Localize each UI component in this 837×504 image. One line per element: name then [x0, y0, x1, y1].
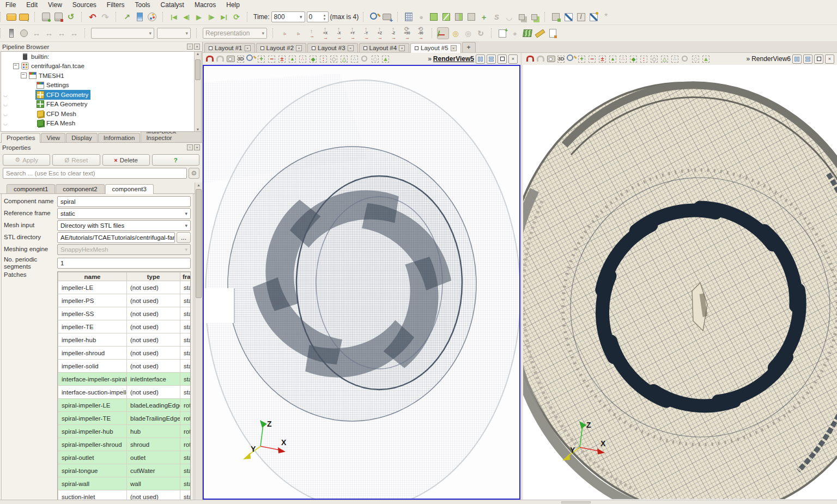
maximize-view-icon[interactable] [814, 54, 823, 64]
view-toolbar-icon[interactable] [618, 54, 628, 64]
patch-row[interactable]: spiral-outlet outlet stat [58, 451, 191, 464]
filter-icon[interactable] [503, 11, 515, 23]
close-tab-icon[interactable]: × [451, 45, 457, 51]
view-toolbar-icon[interactable] [545, 54, 556, 64]
camera-control-icon[interactable]: +Z [373, 27, 386, 39]
toolbar-icon[interactable] [52, 11, 64, 23]
camera-control-icon[interactable] [305, 27, 318, 39]
pipeline-tree-item[interactable]: FEA Mesh [1, 119, 201, 129]
center-control-icon[interactable] [437, 27, 449, 39]
column-header-type[interactable]: type [127, 272, 180, 281]
toolbar-icon[interactable] [40, 11, 52, 23]
menu-item[interactable]: File [5, 1, 16, 9]
tree-expander-icon[interactable] [28, 101, 34, 107]
properties-scrollbar[interactable]: ▲ ▼ [195, 183, 202, 504]
vcr-icon[interactable] [193, 11, 205, 23]
colormap-icon[interactable] [18, 27, 30, 39]
patch-row[interactable]: impeller-SS (not used) stat [58, 307, 191, 320]
filter-icon[interactable] [403, 11, 415, 23]
view-toolbar-icon[interactable] [380, 54, 391, 64]
view-toolbar-icon[interactable] [329, 54, 339, 64]
view-toolbar-icon[interactable]: 3D [556, 54, 566, 64]
center-control-icon[interactable] [450, 27, 462, 39]
camera-control-icon[interactable]: -90 [414, 27, 427, 39]
visibility-eye-icon[interactable] [1, 111, 10, 117]
close-panel-icon[interactable]: × [194, 44, 200, 50]
close-panel-icon[interactable]: × [194, 144, 200, 150]
camera-control-icon[interactable] [278, 27, 291, 39]
split-vertical-icon[interactable] [803, 54, 812, 64]
search-input[interactable] [3, 168, 187, 179]
pipeline-tree-item[interactable]: Settings [1, 81, 201, 90]
view-toolbar-icon[interactable] [349, 54, 360, 64]
tree-expander-icon[interactable] [28, 111, 34, 117]
view-toolbar-icon[interactable] [587, 54, 597, 64]
colormap-icon[interactable] [5, 27, 17, 39]
view-toolbar-icon[interactable] [308, 54, 318, 64]
pipeline-tree-item[interactable]: FEA Geometry [1, 100, 201, 110]
layout-tab[interactable]: Layout #5 × [410, 43, 461, 53]
view-toolbar-icon[interactable] [670, 54, 680, 64]
patch-row[interactable]: spiral-impeller-hub hub rota [58, 425, 191, 438]
patch-row[interactable]: spiral-impeller-shroud shroud rota [58, 438, 191, 451]
representation-combo[interactable]: Representation▾ [203, 28, 267, 39]
menu-item[interactable]: View [48, 1, 62, 9]
analysis-icon[interactable] [587, 11, 599, 23]
menu-item[interactable]: Macros [195, 1, 216, 9]
close-view-icon[interactable]: × [825, 54, 834, 64]
scroll-down-icon[interactable]: ▼ [196, 127, 200, 131]
patch-row[interactable]: impeller-shroud (not used) stat [58, 347, 191, 360]
maximize-view-icon[interactable] [498, 54, 507, 64]
patch-row[interactable]: interface-impeller-spiral inletInterface… [58, 373, 191, 386]
patch-row[interactable]: spiral-tongue cutWater stat [58, 464, 191, 477]
component-combo[interactable]: ▾ [157, 28, 191, 39]
pipeline-tree-item[interactable]: CFD Geometry [1, 90, 201, 100]
filter-icon[interactable] [465, 11, 477, 23]
visibility-eye-icon[interactable] [1, 120, 10, 126]
center-control-icon[interactable] [475, 27, 487, 39]
close-tab-icon[interactable]: × [245, 45, 251, 51]
pipeline-tree-item[interactable]: builtin: [1, 52, 201, 62]
analysis-icon[interactable] [550, 11, 562, 23]
patch-row[interactable]: spiral-impeller-TE bladeTrailingEdge rot… [58, 412, 191, 425]
view-splitter[interactable] [520, 53, 522, 500]
filter-icon[interactable] [453, 11, 465, 23]
scroll-up-icon[interactable]: ▲ [196, 52, 200, 56]
toolbar-icon[interactable] [99, 11, 111, 23]
renderview5-title[interactable]: RenderView5 [433, 55, 474, 63]
layout-tab[interactable]: Layout #3 × [307, 43, 358, 52]
close-tab-icon[interactable]: × [348, 45, 354, 51]
colormap-icon[interactable] [56, 27, 68, 39]
component-tab[interactable]: component2 [56, 184, 104, 193]
frame-spinbox[interactable]: 0 [307, 11, 329, 22]
tree-expander-icon[interactable] [13, 53, 19, 59]
tool-icon[interactable] [521, 27, 533, 39]
menu-item[interactable]: Sources [72, 1, 96, 9]
patch-row[interactable]: impeller-TE (not used) stat [58, 320, 191, 333]
undock-panel-icon[interactable]: ▫ [187, 44, 193, 50]
close-view-icon[interactable]: × [508, 54, 518, 64]
tree-expander-icon[interactable] [28, 92, 34, 98]
view-toolbar-icon[interactable] [215, 54, 225, 64]
split-vertical-icon[interactable] [487, 54, 496, 64]
view-toolbar-icon[interactable] [525, 54, 535, 64]
component-tab[interactable]: component1 [7, 184, 55, 193]
help-button[interactable]: ? [152, 154, 199, 166]
camera-control-icon[interactable]: -X [332, 27, 345, 39]
renderview6-title[interactable]: RenderView6 [751, 55, 791, 63]
view-toolbar-icon[interactable] [566, 54, 577, 64]
toolbar-icon[interactable] [18, 11, 30, 23]
view-toolbar-icon[interactable] [266, 54, 277, 64]
tool-icon[interactable] [496, 27, 508, 39]
color-by-combo[interactable]: ▾ [91, 28, 154, 39]
vcr-icon[interactable] [205, 11, 217, 23]
tool-icon[interactable] [547, 27, 559, 39]
render-canvas-view6[interactable]: Z X Y [523, 65, 837, 500]
view-toolbar-icon[interactable] [370, 54, 380, 64]
toolbar-icon[interactable] [87, 11, 99, 23]
view-toolbar-icon[interactable] [680, 54, 690, 64]
time-value-combo[interactable]: 800▾ [271, 11, 305, 22]
view-toolbar-icon[interactable] [277, 54, 287, 64]
delete-button[interactable]: ×Delete [102, 154, 150, 166]
toolbar-icon[interactable] [121, 11, 133, 23]
